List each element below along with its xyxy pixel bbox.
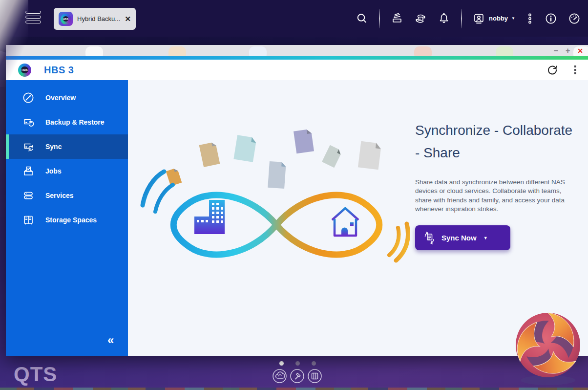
taskbar-divider: [461, 9, 462, 28]
sidebar-label: Storage Spaces: [45, 216, 97, 224]
sidebar-label: Overview: [45, 94, 76, 102]
page-dot-2[interactable]: [295, 361, 300, 366]
page-heading: Synchronize - Collaborate - Share: [415, 119, 577, 164]
close-button[interactable]: ✕: [577, 47, 583, 54]
hbs-logo-icon: HBS: [18, 64, 31, 77]
dashboard-icon[interactable]: [568, 12, 581, 25]
jobs-icon: [22, 165, 35, 177]
sync-now-label: Sync Now: [441, 234, 477, 242]
app-library-icon[interactable]: [307, 368, 322, 384]
window-accent-gradient: [6, 56, 588, 60]
more-menu-icon[interactable]: [573, 65, 577, 75]
sidebar-item-overview[interactable]: Overview: [6, 86, 128, 110]
tab-close-icon[interactable]: ✕: [125, 15, 131, 23]
username-label: nobby: [489, 15, 508, 22]
user-icon: [473, 12, 485, 25]
app-title: HBS 3: [44, 65, 74, 76]
sidebar-item-backup-restore[interactable]: Backup & Restore: [6, 110, 128, 134]
background-tasks-icon[interactable]: [391, 12, 403, 25]
refresh-icon[interactable]: [547, 65, 558, 75]
page-dot-1[interactable]: [279, 361, 284, 366]
cloud-sync-icon[interactable]: [272, 368, 287, 384]
kitguru-swirl-watermark: [512, 304, 584, 388]
hbs-app-icon: HBS: [59, 12, 73, 26]
sidebar-item-storage-spaces[interactable]: Storage Spaces: [6, 208, 128, 232]
hbs-sidebar: Overview Backup & Restore Sync: [6, 80, 128, 356]
desktop-dock: [272, 368, 322, 384]
sync-documents-icon: [422, 231, 437, 245]
sidebar-collapse-icon[interactable]: «: [107, 334, 114, 346]
app-titlebar: HBS HBS 3: [6, 60, 588, 80]
tab-label: Hybrid Backu...: [77, 15, 120, 22]
page-description: Share data and synchronize between diffe…: [415, 178, 577, 214]
sidebar-item-services[interactable]: Services: [6, 183, 128, 208]
hbs3-window: − + ✕ HBS HBS 3 Overview Ba: [6, 45, 588, 356]
sync-icon: [22, 140, 35, 153]
gauge-icon: [22, 91, 35, 104]
desktop-pagination: [279, 361, 316, 366]
kebab-menu-icon[interactable]: [526, 12, 534, 25]
external-device-icon[interactable]: [414, 12, 427, 25]
sidebar-label: Backup & Restore: [45, 118, 105, 126]
user-caret-icon: ▼: [511, 16, 515, 21]
sidebar-label: Sync: [45, 143, 62, 151]
swoosh-right: [389, 224, 408, 260]
flying-documents: [166, 129, 381, 189]
sidebar-label: Jobs: [45, 167, 62, 175]
building-icon: [194, 200, 225, 234]
taskbar-tab-hybrid-backup[interactable]: HBS Hybrid Backu... ✕: [54, 8, 136, 30]
minimize-button[interactable]: −: [554, 47, 558, 55]
notifications-bell-icon[interactable]: [438, 12, 450, 25]
storage-spaces-icon: [22, 214, 35, 226]
qts-wallpaper-logo: QTS: [14, 363, 57, 386]
taskbar-divider: [379, 9, 380, 28]
sync-illustration: [139, 123, 411, 265]
user-menu[interactable]: nobby ▼: [473, 12, 515, 25]
main-menu-hamburger-icon[interactable]: [25, 11, 41, 23]
backup-restore-icon: [22, 116, 35, 129]
page-dot-3[interactable]: [312, 361, 316, 366]
dock-edge-strip: [0, 388, 588, 390]
search-icon[interactable]: [356, 12, 368, 25]
sidebar-item-sync[interactable]: Sync: [6, 134, 128, 159]
qts-taskbar: HBS Hybrid Backu... ✕ nobby ▼: [0, 0, 588, 37]
maximize-button[interactable]: +: [566, 47, 570, 55]
window-chrome-bar: − + ✕: [6, 45, 588, 56]
sidebar-label: Services: [45, 192, 74, 199]
sync-now-button[interactable]: Sync Now ▼: [415, 225, 510, 250]
dropdown-caret-icon: ▼: [483, 236, 488, 240]
services-icon: [22, 189, 35, 202]
info-icon[interactable]: [545, 12, 557, 25]
utilities-hammer-icon[interactable]: [290, 368, 305, 384]
house-icon: [332, 208, 358, 236]
sidebar-item-jobs[interactable]: Jobs: [6, 159, 128, 183]
